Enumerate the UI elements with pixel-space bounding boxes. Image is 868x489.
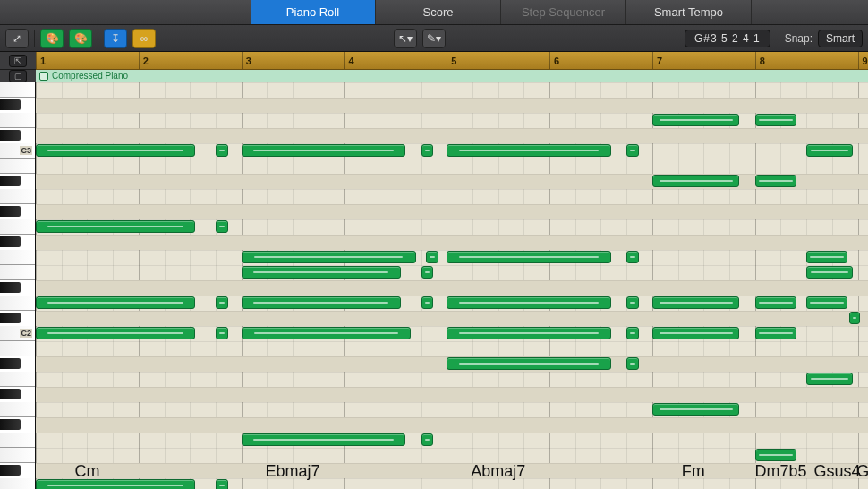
midi-note[interactable] [626,327,639,339]
white-key[interactable] [0,296,35,311]
catch-playhead-button[interactable]: ⇱ [0,52,36,70]
ruler-bar-number: 9 [858,52,868,69]
white-key[interactable] [0,219,35,235]
white-key[interactable] [0,341,35,356]
midi-note[interactable] [626,357,639,370]
black-key[interactable] [0,313,21,323]
white-key[interactable] [0,402,35,417]
midi-in-icon[interactable]: ↧ [104,29,127,48]
black-key[interactable] [0,130,21,141]
midi-note[interactable] [242,251,416,263]
midi-note[interactable] [806,373,853,385]
black-key[interactable] [0,358,21,369]
white-key[interactable] [0,372,35,387]
white-key[interactable] [0,82,35,98]
view-palette-1-icon[interactable]: 🎨 [40,29,64,48]
midi-note[interactable] [755,296,796,309]
white-key[interactable] [0,113,35,128]
midi-note[interactable] [755,114,796,126]
midi-note[interactable] [216,327,228,339]
white-key[interactable] [0,189,35,204]
view-palette-2-icon[interactable]: 🎨 [69,29,92,48]
link-icon[interactable]: ∞ [132,29,156,48]
white-key[interactable] [0,478,35,489]
midi-note[interactable] [242,433,406,446]
midi-note[interactable] [626,296,639,309]
white-key[interactable] [0,265,35,280]
midi-note[interactable] [216,296,228,309]
pointer-tool-icon[interactable]: ↖▾ [394,29,417,48]
expand-icon[interactable]: ⤢ [5,29,29,48]
snap-value[interactable]: Smart [818,30,863,47]
midi-note[interactable] [36,327,195,339]
midi-note[interactable] [242,144,406,157]
midi-note[interactable] [652,327,740,339]
black-key[interactable] [0,206,21,217]
black-key[interactable] [0,419,21,430]
white-key[interactable] [0,433,35,448]
midi-note[interactable] [421,296,434,309]
midi-note[interactable] [447,327,611,339]
midi-note[interactable] [755,449,796,461]
ruler-bar-number: 6 [549,52,559,69]
tab-score[interactable]: Score [376,0,501,24]
midi-note[interactable] [421,433,434,446]
region-header[interactable]: Compressed Piano [36,70,868,82]
view-tabs: Piano Roll Score Step Sequencer Smart Te… [0,0,868,25]
separator [34,30,35,47]
midi-note[interactable] [216,220,228,233]
black-key[interactable] [0,236,21,247]
snap-label: Snap: [785,32,813,45]
midi-note[interactable] [426,251,438,263]
midi-note[interactable] [755,327,796,339]
midi-note[interactable] [242,266,401,279]
midi-note[interactable] [447,144,611,157]
pencil-tool-icon[interactable]: ✎▾ [422,29,446,48]
midi-note[interactable] [626,144,639,157]
midi-note[interactable] [421,144,434,157]
midi-note[interactable] [806,266,853,279]
midi-note[interactable] [36,220,195,233]
automation-marquee-button[interactable]: ▢ [0,70,36,82]
ruler-bar-number: 7 [652,52,662,69]
separator [98,30,98,47]
midi-note[interactable] [36,296,195,309]
midi-note[interactable] [652,296,740,309]
piano-keyboard[interactable]: C3C2 [0,82,36,489]
midi-note[interactable] [447,296,611,309]
midi-note[interactable] [36,479,195,489]
octave-label: C3 [20,146,32,155]
black-key[interactable] [0,282,21,293]
white-key[interactable] [0,250,35,265]
midi-note[interactable] [806,296,847,309]
ruler-bar-number: 2 [139,52,149,69]
midi-note[interactable] [447,251,611,263]
region-name: Compressed Piano [52,71,128,81]
midi-note[interactable] [447,357,611,370]
white-key[interactable] [0,159,35,174]
black-key[interactable] [0,99,21,110]
midi-note[interactable] [216,144,228,157]
black-key[interactable] [0,389,21,399]
piano-roll-grid[interactable] [36,82,868,489]
midi-note[interactable] [242,327,411,339]
bar-ruler[interactable]: 123456789 [36,52,868,70]
midi-note[interactable] [216,479,228,489]
midi-note[interactable] [626,251,639,263]
black-key[interactable] [0,176,21,186]
midi-note[interactable] [849,312,859,324]
midi-note[interactable] [755,175,796,187]
midi-note[interactable] [652,175,740,187]
midi-note[interactable] [36,144,195,157]
white-key[interactable] [0,448,35,463]
tab-piano-roll[interactable]: Piano Roll [251,0,376,24]
midi-note[interactable] [242,296,401,309]
midi-note[interactable] [421,266,434,279]
tab-smart-tempo[interactable]: Smart Tempo [626,0,752,24]
midi-note[interactable] [806,144,853,157]
midi-note[interactable] [806,251,847,263]
midi-note[interactable] [652,114,740,126]
region-loop-icon[interactable] [39,72,48,81]
midi-note[interactable] [652,403,740,416]
black-key[interactable] [0,465,21,476]
